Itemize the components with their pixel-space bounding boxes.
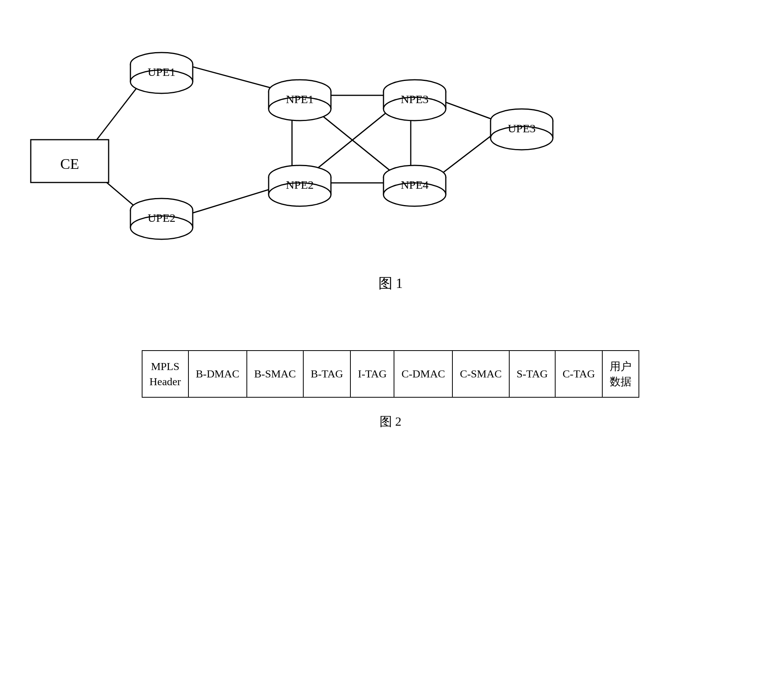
svg-text:UPE1: UPE1: [148, 65, 176, 78]
col-i-tag: I-TAG: [350, 351, 394, 397]
svg-text:CE: CE: [60, 156, 79, 172]
svg-text:图 1: 图 1: [378, 275, 403, 291]
svg-text:UPE2: UPE2: [148, 211, 176, 224]
figure1-diagram: CE UPE1 UPE2 NPE1: [0, 0, 781, 311]
svg-text:NPE1: NPE1: [286, 93, 314, 105]
col-user-data: 用户数据: [602, 351, 639, 397]
col-mpls-header: MPLSHeader: [142, 351, 188, 397]
col-c-dmac: C-DMAC: [394, 351, 452, 397]
col-b-tag: B-TAG: [303, 351, 350, 397]
frame-header-table: MPLSHeader B-DMAC B-SMAC B-TAG I-TAG C-D…: [142, 350, 639, 398]
svg-text:NPE2: NPE2: [286, 178, 314, 191]
svg-text:NPE4: NPE4: [401, 178, 429, 191]
svg-line-2: [183, 64, 284, 91]
svg-text:NPE3: NPE3: [401, 93, 429, 105]
col-b-dmac: B-DMAC: [188, 351, 247, 397]
page: CE UPE1 UPE2 NPE1: [0, 0, 781, 700]
svg-text:UPE3: UPE3: [508, 122, 536, 135]
figure2-table-section: MPLSHeader B-DMAC B-SMAC B-TAG I-TAG C-D…: [0, 335, 781, 446]
col-c-smac: C-SMAC: [452, 351, 509, 397]
col-b-smac: B-SMAC: [247, 351, 303, 397]
col-c-tag: C-TAG: [555, 351, 602, 397]
figure2-caption: 图 2: [23, 413, 758, 430]
col-s-tag: S-TAG: [509, 351, 555, 397]
